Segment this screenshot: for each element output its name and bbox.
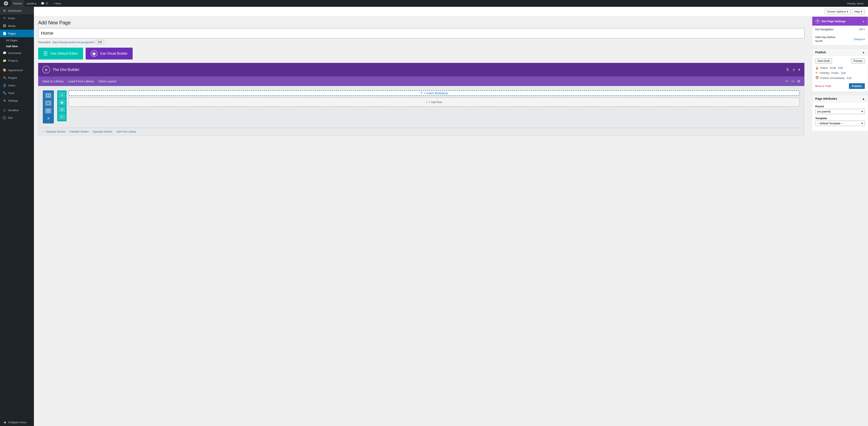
status-value: Draft	[830, 66, 836, 69]
insert-module-label: + Insert Module(s)	[424, 92, 448, 95]
template-select[interactable]: -- Default Template -- ▾	[815, 121, 865, 126]
sidebar-item-plugins[interactable]: 🔌 Plugins	[0, 74, 34, 81]
help-button[interactable]: Help ▾	[852, 9, 865, 14]
standard-section-button[interactable]: Standard Section	[46, 130, 65, 133]
plus-section-icon: +	[43, 130, 44, 133]
insert-module-button[interactable]: + + Insert Module(s)	[68, 90, 800, 96]
sidebar-item-appearance[interactable]: 🎨 Appearance	[0, 66, 34, 74]
hide-nav-select[interactable]: Default ▾	[854, 38, 865, 41]
collapse-label: Collapse menu	[8, 421, 27, 424]
divi-builder-header: D The Divi Builder ⇅ ≡ ▾	[38, 63, 804, 76]
divi-settings-logo: D	[815, 19, 820, 24]
help-label: Help	[854, 10, 860, 13]
preview-button[interactable]: Preview	[851, 59, 865, 64]
layout-1col-button[interactable]	[45, 93, 52, 98]
row-tool-lines[interactable]: ≡	[59, 92, 65, 98]
attributes-toggle-icon[interactable]: ▲	[862, 97, 865, 100]
sidebar-item-divi[interactable]: D Divi	[0, 114, 34, 122]
publish-panel-toggle-icon[interactable]: ▲	[862, 51, 865, 54]
row-area: ≡ ▣ ⊞ ✕ + + Insert Module(s)	[57, 90, 800, 121]
sandbox-item[interactable]: sandbox	[24, 0, 39, 7]
hide-nav-label: Hide Nav Before Scroll:	[815, 35, 841, 43]
dot-navigation-value: Off	[859, 28, 863, 31]
attributes-panel-header[interactable]: Page Attributes ▲	[812, 95, 868, 102]
move-to-trash-button[interactable]: Move to Trash	[815, 85, 831, 88]
row-tool-close[interactable]: ✕	[59, 114, 65, 120]
column-selector: ✕	[43, 90, 54, 124]
sort-icon[interactable]: ⇅	[786, 67, 789, 72]
sidebar-label-comments: Comments	[8, 52, 22, 55]
page-title-input[interactable]	[38, 28, 804, 38]
undo-icon[interactable]: ↩	[785, 79, 788, 84]
publish-button[interactable]: Publish	[849, 83, 865, 89]
sidebar-label-divi: Divi	[8, 116, 13, 120]
save-to-library-button[interactable]: Save to Library	[42, 79, 68, 83]
sidebar-sub-all-pages[interactable]: All Pages	[0, 37, 34, 43]
specialty-section-button[interactable]: Specialty Section	[93, 130, 112, 133]
sidebar-sub-add-new[interactable]: Add New	[0, 43, 34, 49]
collapse-builder-icon[interactable]: ▾	[798, 67, 800, 72]
grid-icon[interactable]: ⊞	[797, 79, 800, 84]
screen-options-label: Screen Options	[827, 10, 846, 13]
divi-builder-toolbar: Save to Library Load From Library Clear …	[38, 76, 804, 86]
clear-layout-button[interactable]: Clear Layout	[98, 79, 120, 83]
visibility-edit-link[interactable]: Edit	[841, 71, 846, 74]
sidebar-item-sandbox[interactable]: ◻ Sandbox	[0, 106, 34, 114]
sidebar-item-media[interactable]: 🖼 Media	[0, 22, 34, 30]
use-visual-builder-button[interactable]: ◉ Use Visual Builder	[86, 47, 133, 60]
permalink-link[interactable]: http://cloudy-kestrel.w4.poopy.life//	[52, 41, 94, 44]
layout-3col-button[interactable]	[45, 108, 52, 114]
sidebar-item-projects[interactable]: 📁 Projects	[0, 57, 34, 64]
dot-navigation-select[interactable]: Off ▾	[859, 28, 865, 31]
load-from-library-button[interactable]: Load From Library	[68, 79, 98, 83]
insert-plus-icon: +	[420, 91, 423, 95]
add-from-library-button[interactable]: Add From Library	[116, 130, 136, 133]
default-editor-label: Use Default Editor	[51, 52, 78, 56]
restart-label: Restart	[13, 2, 22, 5]
row-tool-grid[interactable]: ⊞	[59, 106, 65, 112]
close-column-selector-button[interactable]: ✕	[45, 116, 52, 121]
comment-item[interactable]: 💬 0	[39, 0, 51, 7]
row-tool-module[interactable]: ▣	[59, 99, 65, 105]
publish-time-edit-link[interactable]: Edit	[847, 76, 851, 79]
menu-icon[interactable]: ≡	[793, 68, 795, 72]
sidebar-label-tools: Tools	[8, 92, 14, 95]
restart-button[interactable]: Restart	[11, 0, 24, 7]
parent-select[interactable]: (no parent) ▾	[815, 109, 865, 114]
posts-icon: ✎	[3, 16, 6, 20]
status-icon: 🔒	[815, 66, 819, 69]
status-edit-link[interactable]: Edit	[838, 66, 843, 69]
projects-icon: 📁	[3, 59, 6, 62]
sidebar-item-pages[interactable]: 📄 Pages ◀	[0, 30, 34, 37]
sidebar-item-tools[interactable]: 🔧 Tools	[0, 89, 34, 97]
fullwidth-section-button[interactable]: Fullwidth Section	[69, 130, 89, 133]
sidebar-item-comments[interactable]: 💬 Comments	[0, 49, 34, 57]
permalink-label: Permalink:	[38, 41, 51, 44]
sidebar-item-dashboard[interactable]: ⊞ Dashboard	[0, 7, 34, 14]
divi-settings-header[interactable]: D Divi Page Settings ▲	[812, 17, 868, 26]
screen-options-button[interactable]: Screen Options ▾	[825, 9, 851, 14]
divi-nav-icon: D	[3, 116, 6, 120]
sidebar-label-users: Users	[8, 84, 15, 87]
layout-full-button[interactable]	[45, 100, 52, 106]
permalink-edit-button[interactable]: Edit	[96, 40, 104, 44]
sidebar-label-appearance: Appearance	[8, 69, 23, 72]
sidebar-item-settings[interactable]: ⚙ Settings	[0, 97, 34, 104]
new-item[interactable]: + New	[51, 0, 63, 7]
add-row-button[interactable]: + + Add Row	[68, 97, 800, 107]
sidebar-item-users[interactable]: 👤 Users	[0, 81, 34, 89]
publish-panel-header[interactable]: Publish ▲	[812, 49, 868, 56]
right-sidebar: D Divi Page Settings ▲ Dot Navigation: O…	[809, 17, 868, 426]
wp-logo-item[interactable]: W	[2, 0, 11, 7]
redo-icon[interactable]: ↪	[791, 79, 794, 84]
divi-settings-toggle-icon[interactable]: ▲	[862, 20, 865, 23]
comments-icon: 💬	[3, 51, 6, 55]
sidebar-item-posts[interactable]: ✎ Posts	[0, 14, 34, 22]
save-draft-button[interactable]: Save Draft	[815, 59, 832, 64]
visual-builder-icon: ◉	[91, 50, 97, 57]
sidebar-collapse-menu[interactable]: ◀ Collapse menu	[0, 418, 34, 426]
howdy-text: Howdy, demo	[844, 0, 866, 7]
collapse-icon: ◀	[3, 420, 6, 424]
use-default-editor-button[interactable]: ☰ Use Default Editor	[38, 47, 83, 60]
divi-logo: D	[42, 66, 50, 73]
